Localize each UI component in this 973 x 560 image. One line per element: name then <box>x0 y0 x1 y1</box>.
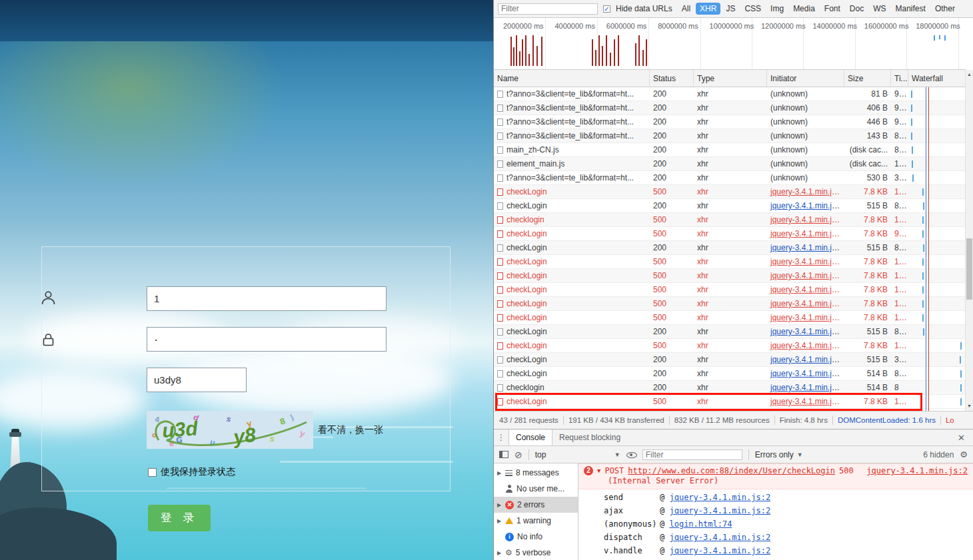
captcha-input[interactable] <box>147 368 247 392</box>
console-sidebar-item-2-errors[interactable]: ▶✕2 errors <box>494 497 578 513</box>
console-sidebar-item-no-user-me[interactable]: No user me... <box>494 481 578 497</box>
console-sidebar-item-8-messages[interactable]: ▶8 messages <box>494 465 578 481</box>
network-request-row[interactable]: t?anno=3&client=te_lib&format=ht...200xh… <box>494 171 966 185</box>
tab-console[interactable]: Console <box>508 429 552 445</box>
network-request-row[interactable]: checklogin500xhrjquery-3.4.1.min.js:27.8… <box>494 213 966 227</box>
network-filter-js[interactable]: JS <box>722 3 739 15</box>
network-request-row[interactable]: checkLogin500xhrjquery-3.4.1.min.js:27.8… <box>494 297 966 311</box>
network-scrollbar[interactable]: ▲ ▼ <box>965 70 973 411</box>
username-input[interactable] <box>147 286 387 311</box>
network-filter-xhr[interactable]: XHR <box>696 3 720 15</box>
stack-source-link[interactable]: jquery-3.4.1.min.js:2 <box>669 493 770 502</box>
request-type: xhr <box>694 143 767 156</box>
console-settings-gear-icon[interactable]: ⚙ <box>960 449 968 459</box>
column-header-type[interactable]: Type <box>694 70 767 87</box>
stack-source-link[interactable]: jquery-3.4.1.min.js:2 <box>669 533 770 542</box>
network-request-row[interactable]: checkLogin200xhrjquery-3.4.1.min.js:2514… <box>494 367 966 381</box>
network-filter-input[interactable] <box>498 3 598 15</box>
network-request-row[interactable]: checkLogin500xhrjquery-3.4.1.min.js:27.8… <box>494 283 966 297</box>
clear-console-icon[interactable]: ⊘ <box>514 450 522 459</box>
console-error-message[interactable]: 2 ▼ POST http://www.edu.com:88/index/Use… <box>578 463 973 489</box>
network-filter-other[interactable]: Other <box>931 3 959 15</box>
network-request-row[interactable]: main_zh-CN.js200xhr(unknown)(disk cac...… <box>494 143 966 157</box>
console-sidebar-item-5-verbose[interactable]: ▶⚙5 verbose <box>494 545 578 560</box>
close-drawer-icon[interactable]: ✕ <box>950 433 973 443</box>
scrollbar-thumb[interactable] <box>966 238 972 300</box>
request-time: 1... <box>891 213 908 226</box>
drawer-menu-icon[interactable]: ⋮ <box>494 433 508 442</box>
scroll-up-arrow[interactable]: ▲ <box>966 70 973 79</box>
network-filter-ws[interactable]: WS <box>869 3 890 15</box>
column-header-status[interactable]: Status <box>650 70 694 87</box>
network-request-row[interactable]: t?anno=3&client=te_lib&format=ht...200xh… <box>494 115 966 129</box>
network-request-row[interactable]: checkLogin500xhrjquery-3.4.1.min.js:27.8… <box>494 339 966 353</box>
execution-context-select[interactable]: top ▼ <box>535 450 620 459</box>
tab-request-blocking[interactable]: Request blocking <box>552 429 627 445</box>
network-request-row[interactable]: checkLogin200xhrjquery-3.4.1.min.js:2515… <box>494 353 966 367</box>
initiator-link[interactable]: jquery-3.4.1.min.js:2 <box>770 243 842 252</box>
network-filter-all[interactable]: All <box>678 3 694 15</box>
initiator-link[interactable]: jquery-3.4.1.min.js:2 <box>770 215 842 224</box>
console-sidebar-item-1-warning[interactable]: ▶1 warning <box>494 513 578 529</box>
column-header-name[interactable]: Name <box>494 70 650 87</box>
network-filter-manifest[interactable]: Manifest <box>892 3 930 15</box>
collapse-triangle-icon[interactable]: ▼ <box>597 467 600 474</box>
console-sidebar-item-no-info[interactable]: iNo info <box>494 529 578 545</box>
initiator-link[interactable]: jquery-3.4.1.min.js:2 <box>770 369 842 378</box>
network-timeline-overview[interactable]: 2000000 ms4000000 ms6000000 ms8000000 ms… <box>494 18 966 70</box>
network-request-row[interactable]: checkLogin200xhrjquery-3.4.1.min.js:2515… <box>494 325 966 339</box>
request-name: t?anno=3&client=te_lib&format=ht... <box>506 87 634 101</box>
initiator-link[interactable]: jquery-3.4.1.min.js:2 <box>770 341 842 350</box>
network-request-row[interactable]: checkLogin200xhrjquery-3.4.1.min.js:2515… <box>494 199 966 213</box>
stack-source-link[interactable]: login.html:74 <box>669 519 732 529</box>
column-header-initiator[interactable]: Initiator <box>767 70 844 87</box>
column-header-waterfall[interactable]: Waterfall <box>908 70 966 87</box>
captcha-refresh-link[interactable]: 看不清，换一张 <box>318 424 383 436</box>
initiator-link[interactable]: jquery-3.4.1.min.js:2 <box>770 257 842 266</box>
network-request-row[interactable]: checkLogin200xhrjquery-3.4.1.min.js:2515… <box>494 241 966 255</box>
network-filter-doc[interactable]: Doc <box>846 3 868 15</box>
column-header-time[interactable]: Ti... <box>891 70 908 87</box>
network-request-row[interactable]: t?anno=3&client=te_lib&format=ht...200xh… <box>494 87 966 101</box>
scroll-down-arrow[interactable]: ▼ <box>966 402 973 411</box>
network-request-row[interactable]: t?anno=3&client=te_lib&format=ht...200xh… <box>494 129 966 143</box>
remember-me-checkbox[interactable] <box>148 468 157 477</box>
network-request-row[interactable]: element_main.js200xhr(unknown)(disk cac.… <box>494 157 966 171</box>
initiator-link[interactable]: jquery-3.4.1.min.js:2 <box>770 327 842 336</box>
initiator-link[interactable]: jquery-3.4.1.min.js:2 <box>770 313 842 322</box>
network-request-row[interactable]: checkLogin500xhrjquery-3.4.1.min.js:27.8… <box>494 255 966 269</box>
initiator-link[interactable]: jquery-3.4.1.min.js:2 <box>770 201 842 210</box>
login-button[interactable]: 登 录 <box>148 505 211 531</box>
network-request-row[interactable]: checkLogin500xhrjquery-3.4.1.min.js:27.8… <box>494 185 966 199</box>
initiator-link[interactable]: jquery-3.4.1.min.js:2 <box>770 229 842 238</box>
live-expression-eye-icon[interactable] <box>626 450 636 459</box>
console-filter-input[interactable] <box>642 449 742 460</box>
network-request-row[interactable]: checkLogin500xhrjquery-3.4.1.min.js:27.8… <box>494 311 966 325</box>
hide-data-urls-checkbox[interactable]: ✓ <box>603 5 610 13</box>
initiator-link[interactable]: jquery-3.4.1.min.js:2 <box>770 355 842 364</box>
error-url-link[interactable]: http://www.edu.com:88/index/User/checkLo… <box>628 466 835 475</box>
captcha-image[interactable]: 4oedGµsys8Jy u3d y8 <box>147 411 313 449</box>
initiator-link[interactable]: jquery-3.4.1.min.js:2 <box>770 299 842 308</box>
network-filter-img[interactable]: Img <box>766 3 788 15</box>
network-filter-media[interactable]: Media <box>789 3 819 15</box>
log-level-filter[interactable]: Errors only ▼ <box>755 450 803 459</box>
hidden-messages-count[interactable]: 6 hidden <box>923 450 954 459</box>
stack-source-link[interactable]: jquery-3.4.1.min.js:2 <box>669 546 770 555</box>
error-source-link[interactable]: jquery-3.4.1.min.js:2 <box>866 466 968 475</box>
network-filter-css[interactable]: CSS <box>740 3 765 15</box>
stack-source-link[interactable]: jquery-3.4.1.min.js:2 <box>669 506 770 515</box>
initiator-link[interactable]: jquery-3.4.1.min.js:2 <box>770 187 842 196</box>
network-request-row[interactable]: t?anno=3&client=te_lib&format=ht...200xh… <box>494 101 966 115</box>
column-header-size[interactable]: Size <box>844 70 891 87</box>
network-filter-font[interactable]: Font <box>820 3 844 15</box>
waterfall-bar <box>922 314 924 322</box>
network-request-row[interactable]: checkLogin500xhrjquery-3.4.1.min.js:27.8… <box>494 269 966 283</box>
console-sidebar-toggle-icon[interactable] <box>499 451 508 458</box>
network-request-row[interactable]: checkLogin500xhrjquery-3.4.1.min.js:27.8… <box>494 227 966 241</box>
initiator-link[interactable]: jquery-3.4.1.min.js:2 <box>770 285 842 294</box>
password-input[interactable] <box>147 327 387 352</box>
initiator-link[interactable]: jquery-3.4.1.min.js:2 <box>770 271 842 280</box>
initiator-link[interactable]: jquery-3.4.1.min.js:2 <box>770 383 842 392</box>
request-waterfall <box>908 339 966 352</box>
